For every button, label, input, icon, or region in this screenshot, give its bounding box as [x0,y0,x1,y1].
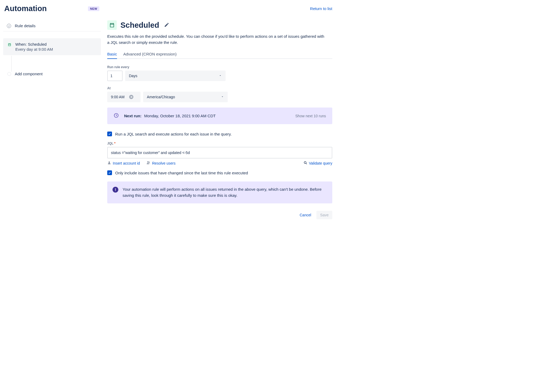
time-value: 9:00 AM [111,95,124,99]
rule-details-label: Rule details [15,24,35,28]
add-component-label: Add component [15,72,43,76]
validate-query-link[interactable]: Validate query [303,161,332,166]
page-header: Automation NEW Return to list [3,4,332,13]
page-title: Automation [4,4,47,13]
clear-time-icon[interactable]: ✕ [129,95,133,99]
unit-select[interactable]: Days [125,71,226,81]
sidebar: i Rule details When: Scheduled Every day… [3,20,101,219]
new-badge: NEW [88,6,99,11]
next-run-value: Monday, October 18, 2021 9:00 AM CDT [144,114,216,118]
show-next-runs-link[interactable]: Show next 10 runs [295,114,326,118]
warning-panel: ! Your automation rule will perform acti… [107,181,332,203]
run-every-label: Run rule every [107,65,332,69]
jql-search-checkbox[interactable] [107,132,112,136]
timezone-value: America/Chicago [147,95,175,99]
jql-input[interactable] [107,147,332,158]
timezone-select[interactable]: America/Chicago [143,92,228,102]
component-title: Scheduled [120,21,159,30]
tab-advanced[interactable]: Advanced (CRON expression) [123,50,177,59]
jql-field-label: JQL * [107,142,332,145]
jql-checkbox-label: Run a JQL search and execute actions for… [115,132,232,136]
component-description: Executes this rule on the provided sched… [107,34,326,45]
warning-text: Your automation rule will perform action… [123,186,327,199]
insert-account-id-link[interactable]: Insert account id [107,161,140,166]
user-icon [107,161,111,166]
interval-input[interactable] [107,71,123,81]
edit-icon[interactable] [164,22,169,28]
add-component-button[interactable]: Add component [3,72,101,76]
svg-point-4 [304,161,306,164]
unit-value: Days [129,74,137,78]
calendar-icon [107,20,117,30]
connector-line [11,56,12,72]
next-run-label: Next run: [124,114,142,118]
cancel-button[interactable]: Cancel [296,211,314,219]
svg-point-2 [147,161,148,163]
only-changed-label: Only include issues that have changed si… [115,171,248,175]
add-circle-icon [7,72,11,76]
chevron-down-icon [221,95,224,99]
return-to-list-link[interactable]: Return to list [310,6,332,11]
clock-icon [114,113,119,119]
trigger-subtitle: Every day at 9:00 AM [15,47,53,52]
only-changed-checkbox[interactable] [107,170,112,175]
info-icon: i [7,24,11,28]
next-run-panel: Next run: Monday, October 18, 2021 9:00 … [107,108,332,124]
users-icon [146,161,151,166]
calendar-icon [7,43,12,47]
trigger-card[interactable]: When: Scheduled Every day at 9:00 AM [3,38,101,55]
resolve-users-link[interactable]: Resolve users [146,161,176,166]
search-icon [303,161,307,166]
at-label: At [107,86,332,90]
time-input[interactable]: 9:00 AM ✕ [107,92,141,102]
trigger-title: When: Scheduled [15,42,53,46]
tab-basic[interactable]: Basic [107,50,117,59]
save-button[interactable]: Save [316,211,332,219]
rule-details-link[interactable]: i Rule details [3,20,101,31]
svg-point-3 [148,162,149,163]
main-panel: Scheduled Executes this rule on the prov… [107,20,332,219]
svg-point-1 [109,161,110,163]
warning-icon: ! [113,187,118,193]
schedule-tabs: Basic Advanced (CRON expression) [107,50,332,59]
chevron-down-icon [219,74,222,78]
